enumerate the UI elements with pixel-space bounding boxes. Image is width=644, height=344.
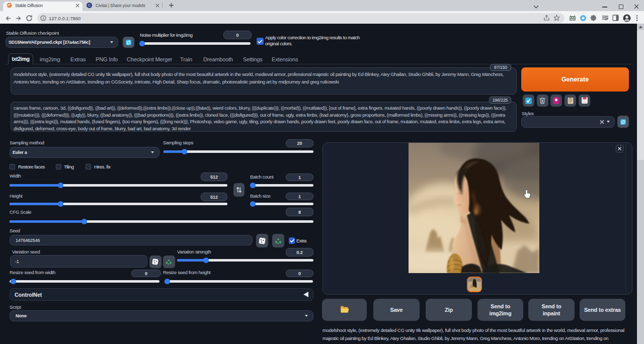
svg-text:C: C: [88, 3, 91, 8]
